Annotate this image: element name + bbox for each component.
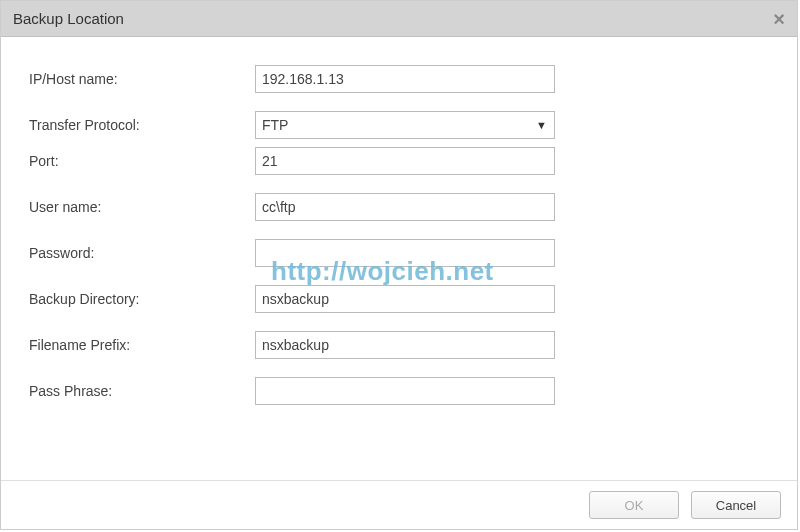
ok-button[interactable]: OK <box>589 491 679 519</box>
ip-host-label: IP/Host name: <box>29 71 255 87</box>
backup-directory-label: Backup Directory: <box>29 291 255 307</box>
titlebar: Backup Location × <box>1 1 797 37</box>
row-passphrase: Pass Phrase: <box>29 377 769 405</box>
ip-host-input[interactable] <box>255 65 555 93</box>
row-filename-prefix: Filename Prefix: <box>29 331 769 359</box>
row-password: Password: <box>29 239 769 267</box>
divider <box>1 480 797 481</box>
protocol-select-wrapper: FTP ▼ <box>255 111 555 139</box>
backup-location-dialog: Backup Location × IP/Host name: Transfer… <box>0 0 798 530</box>
button-bar: OK Cancel <box>589 491 781 519</box>
password-label: Password: <box>29 245 255 261</box>
backup-directory-input[interactable] <box>255 285 555 313</box>
row-ip-host: IP/Host name: <box>29 65 769 93</box>
row-protocol: Transfer Protocol: FTP ▼ <box>29 111 769 139</box>
form-body: IP/Host name: Transfer Protocol: FTP ▼ P… <box>1 37 797 433</box>
password-input[interactable] <box>255 239 555 267</box>
port-input[interactable] <box>255 147 555 175</box>
username-label: User name: <box>29 199 255 215</box>
passphrase-input[interactable] <box>255 377 555 405</box>
port-label: Port: <box>29 153 255 169</box>
filename-prefix-input[interactable] <box>255 331 555 359</box>
passphrase-label: Pass Phrase: <box>29 383 255 399</box>
row-username: User name: <box>29 193 769 221</box>
protocol-label: Transfer Protocol: <box>29 117 255 133</box>
protocol-select[interactable]: FTP <box>255 111 555 139</box>
username-input[interactable] <box>255 193 555 221</box>
row-backup-directory: Backup Directory: <box>29 285 769 313</box>
dialog-title: Backup Location <box>13 10 124 27</box>
cancel-button[interactable]: Cancel <box>691 491 781 519</box>
close-icon[interactable]: × <box>773 9 785 29</box>
row-port: Port: <box>29 147 769 175</box>
filename-prefix-label: Filename Prefix: <box>29 337 255 353</box>
